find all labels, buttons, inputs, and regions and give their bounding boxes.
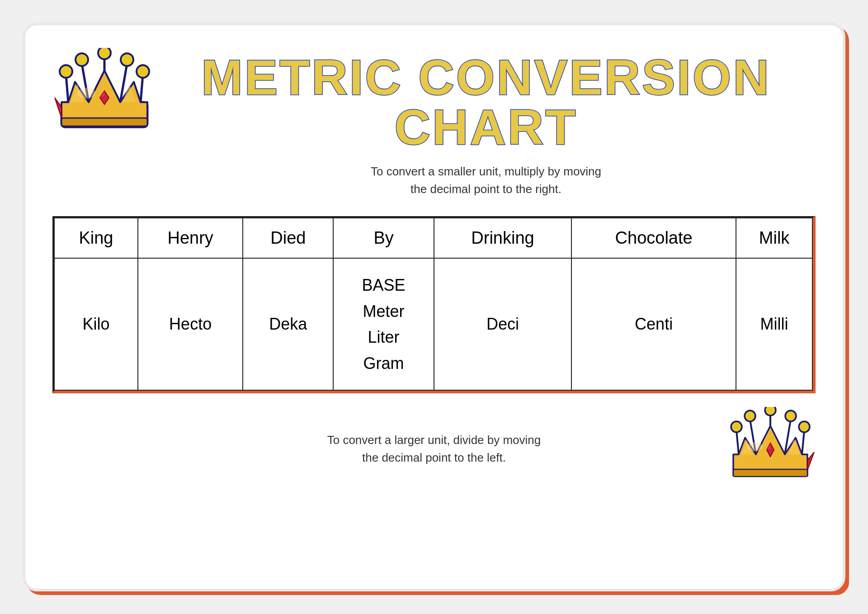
svg-point-8	[121, 53, 133, 66]
val-deci: Deci	[434, 258, 571, 390]
table-data-row: Kilo Hecto Deka BASEMeterLiterGram Deci …	[54, 258, 812, 390]
svg-point-4	[75, 53, 88, 66]
svg-point-18	[77, 88, 95, 99]
subtitle-text: To convert a smaller unit, multiply by m…	[371, 163, 601, 198]
svg-point-28	[799, 421, 810, 432]
val-base: BASEMeterLiterGram	[333, 258, 434, 390]
svg-point-10	[137, 65, 149, 78]
val-deka: Deka	[243, 258, 333, 390]
bottom-text: To convert a larger unit, divide by movi…	[52, 431, 725, 467]
svg-point-22	[745, 411, 755, 421]
val-milli: Milli	[736, 258, 812, 390]
svg-point-6	[98, 48, 111, 59]
svg-rect-17	[61, 118, 147, 126]
col-milk: Milk	[736, 218, 812, 258]
page-title: METRIC CONVERSION CHART	[201, 52, 771, 152]
svg-point-24	[765, 407, 776, 416]
svg-line-9	[141, 75, 143, 102]
title-area: METRIC CONVERSION CHART To convert a sma…	[156, 43, 816, 198]
svg-line-1	[66, 75, 68, 102]
val-kilo: Kilo	[54, 258, 138, 390]
crown-left-icon	[52, 48, 156, 143]
col-henry: Henry	[138, 218, 243, 258]
col-king: King	[54, 218, 138, 258]
conversion-table-wrapper: King Henry Died By Drinking Chocolate Mi…	[52, 216, 816, 393]
col-drinking: Drinking	[434, 218, 571, 258]
val-hecto: Hecto	[138, 258, 243, 390]
svg-point-20	[731, 421, 742, 432]
conversion-table: King Henry Died By Drinking Chocolate Mi…	[54, 217, 813, 391]
svg-rect-35	[733, 469, 807, 477]
svg-marker-34	[807, 452, 814, 470]
col-by: By	[333, 218, 434, 258]
svg-line-19	[736, 430, 739, 454]
crown-right-icon	[725, 407, 816, 491]
main-card: METRIC CONVERSION CHART To convert a sma…	[23, 23, 845, 591]
table-header-row: King Henry Died By Drinking Chocolate Mi…	[54, 218, 812, 258]
val-centi: Centi	[571, 258, 736, 390]
svg-marker-16	[55, 98, 61, 118]
col-died: Died	[243, 218, 333, 258]
bottom-area: To convert a larger unit, divide by movi…	[52, 407, 816, 491]
svg-point-26	[785, 411, 796, 421]
header-section: METRIC CONVERSION CHART To convert a sma…	[52, 43, 816, 198]
svg-line-27	[802, 430, 804, 454]
svg-point-36	[746, 442, 763, 451]
svg-point-2	[60, 65, 72, 78]
col-chocolate: Chocolate	[571, 218, 736, 258]
